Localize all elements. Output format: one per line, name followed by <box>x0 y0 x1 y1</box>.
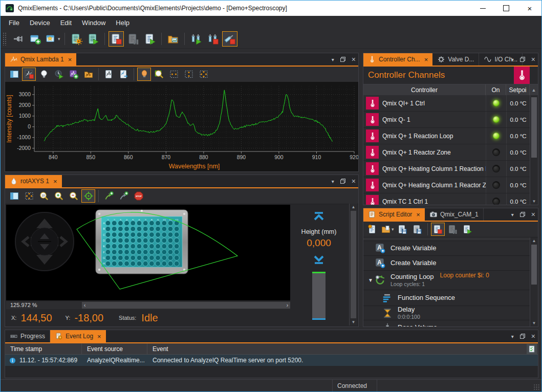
controller-row[interactable]: Qmix Q+ Heating Column 1 Reaction Loop0.… <box>363 161 530 177</box>
tab-progress[interactable]: Progress <box>5 330 50 342</box>
controller-row[interactable]: Qmix Q+ 1 Reactor Zone0.0 °C <box>363 144 530 161</box>
pane-float-icon[interactable] <box>340 56 346 62</box>
script-pause-icon[interactable] <box>125 31 141 47</box>
column-on[interactable]: On <box>486 84 506 96</box>
on-cell[interactable] <box>486 128 506 144</box>
tab-qmix-cam-1[interactable]: Qmix_CAM_1 <box>425 208 484 221</box>
menu-item-help[interactable]: Help <box>111 19 135 27</box>
setpoint-cell[interactable]: 0.0 °C <box>506 144 530 160</box>
export-icon[interactable] <box>117 68 131 81</box>
add-position-icon[interactable] <box>102 189 116 203</box>
setpoint-cell[interactable]: 0.0 °C <box>506 112 530 127</box>
pane-close-icon[interactable]: × <box>352 55 356 63</box>
zoom-region-icon[interactable] <box>152 68 166 81</box>
controller-row[interactable]: Qmix QI+ 1 Ctrl0.0 °C <box>363 95 530 112</box>
log-row[interactable]: 11.12. - 15:57:42:869AnalyzeIQRealtime..… <box>5 355 538 366</box>
script-item-delay[interactable]: Delay0:0:0:100 <box>363 306 530 320</box>
add-device-window-icon[interactable] <box>28 31 43 47</box>
toolbar-grip[interactable] <box>3 32 7 46</box>
fit-view-icon[interactable] <box>22 189 36 203</box>
script-item-create-variable[interactable]: ACreate Variable <box>363 241 530 256</box>
syringe-stop-icon[interactable] <box>222 31 237 47</box>
pumps-start-icon[interactable] <box>188 31 204 47</box>
bulb-icon[interactable] <box>37 68 51 81</box>
setpoint-cell[interactable]: 0.0 °C <box>506 95 530 111</box>
column-setpoint[interactable]: Setpoi <box>506 84 530 96</box>
height-slider[interactable] <box>312 273 326 318</box>
pane-close-icon[interactable]: × <box>531 332 535 340</box>
column-controller[interactable]: Controller <box>363 84 486 96</box>
pane-float-icon[interactable] <box>519 333 526 339</box>
script-stop-icon[interactable] <box>431 223 445 236</box>
pane-float-icon[interactable] <box>519 56 526 62</box>
image-gallery-icon[interactable] <box>165 31 181 47</box>
tab-script-editor[interactable]: Script Editor× <box>363 208 425 221</box>
pumps-stop-icon[interactable] <box>205 31 221 47</box>
script-pause-icon[interactable] <box>446 223 460 236</box>
zoom-out-icon[interactable] <box>67 189 80 203</box>
spectrum-stop-icon[interactable] <box>22 68 36 81</box>
panel-toggle-icon[interactable] <box>7 189 21 203</box>
controller-row[interactable]: Qmix Q- 10.0 °C <box>363 112 530 128</box>
pane-menu-icon[interactable]: ▾ <box>332 57 334 62</box>
script-start-icon[interactable] <box>461 223 474 236</box>
open-script-icon[interactable]: ▾ <box>380 223 395 236</box>
pane-float-icon[interactable] <box>340 178 346 184</box>
disconnect-icon[interactable] <box>11 31 26 47</box>
timer-start-icon[interactable] <box>52 68 66 81</box>
scroll-up-icon[interactable]: ▲ <box>530 84 538 96</box>
spectrum-folder-icon[interactable] <box>81 68 95 81</box>
script-vscrollbar[interactable]: ▲▼ <box>530 237 538 326</box>
on-cell[interactable] <box>486 193 506 205</box>
pane-close-icon[interactable]: × <box>531 210 535 219</box>
tab-close-icon[interactable]: × <box>97 333 101 340</box>
panel-toggle-icon[interactable] <box>7 68 21 81</box>
tab-rotaxys-1[interactable]: rotAXYS 1× <box>5 175 62 187</box>
column-timestamp[interactable]: Time stamp <box>5 343 82 354</box>
on-cell[interactable] <box>486 112 506 127</box>
tab-valve-d-[interactable]: Valve D... <box>432 53 479 66</box>
save-script-icon[interactable] <box>396 223 409 236</box>
maximize-button[interactable] <box>494 1 518 16</box>
column-event-source[interactable]: Event source <box>82 343 147 354</box>
tab-close-icon[interactable]: × <box>416 211 420 218</box>
lamp-icon[interactable] <box>137 68 151 81</box>
controller-row[interactable]: Qmix TC 1 Ctrl 10.0 °C <box>363 193 530 205</box>
tab-close-icon[interactable]: × <box>53 178 57 185</box>
chevron-down-icon[interactable]: ▼ <box>366 277 375 283</box>
add-position-alt-icon[interactable] <box>117 189 131 203</box>
menu-item-device[interactable]: Device <box>25 19 55 27</box>
menu-item-window[interactable]: Window <box>77 19 111 27</box>
on-cell[interactable] <box>486 144 506 160</box>
resize-grip[interactable] <box>533 384 540 390</box>
rotaxys-hscrollbar[interactable]: ‹› <box>82 302 290 309</box>
on-cell[interactable] <box>486 161 506 177</box>
spectrum-chart[interactable]: 840850860870880890900910920-2000-1000010… <box>5 82 358 171</box>
on-cell[interactable] <box>486 177 506 193</box>
zoom-in-icon[interactable] <box>52 189 66 203</box>
favorites-window-icon[interactable]: ▾ <box>45 31 61 47</box>
move-to-top-icon[interactable] <box>312 211 326 222</box>
menu-item-file[interactable]: File <box>4 19 25 27</box>
script-item-function-sequence[interactable]: Function Sequence <box>363 290 530 306</box>
well-plate[interactable]: 123456789101112ABCDEFGH <box>96 210 188 274</box>
tab-event-log[interactable]: Event Log× <box>50 330 106 342</box>
target-mode-icon[interactable] <box>81 189 95 203</box>
controller-row[interactable]: Qmix Q+ 1 Reaction Loop0.0 °C <box>363 128 530 144</box>
rotaxys-viewport[interactable]: 123456789101112ABCDEFGH <box>6 205 290 300</box>
spectrum-add-icon[interactable] <box>67 68 80 81</box>
controller-vscrollbar[interactable]: ▼ <box>530 95 538 205</box>
script-item-counting-loop[interactable]: ▼Counting LoopLoop cycles: 1Loop counter… <box>363 271 530 290</box>
pane-menu-icon[interactable]: ▾ <box>332 179 334 184</box>
menu-item-edit[interactable]: Edit <box>55 19 77 27</box>
column-event[interactable]: Event <box>147 343 538 354</box>
zoom-original-icon[interactable]: 10 <box>37 189 51 203</box>
on-cell[interactable] <box>486 95 506 111</box>
pane-menu-icon[interactable]: ▾ <box>511 212 514 217</box>
fit-height-icon[interactable] <box>182 68 196 81</box>
tab-close-icon[interactable]: × <box>424 56 428 63</box>
move-to-bottom-icon[interactable] <box>312 254 326 265</box>
fit-all-icon[interactable] <box>197 68 210 81</box>
save-all-icon[interactable] <box>410 223 424 236</box>
script-run-icon[interactable] <box>142 31 158 47</box>
